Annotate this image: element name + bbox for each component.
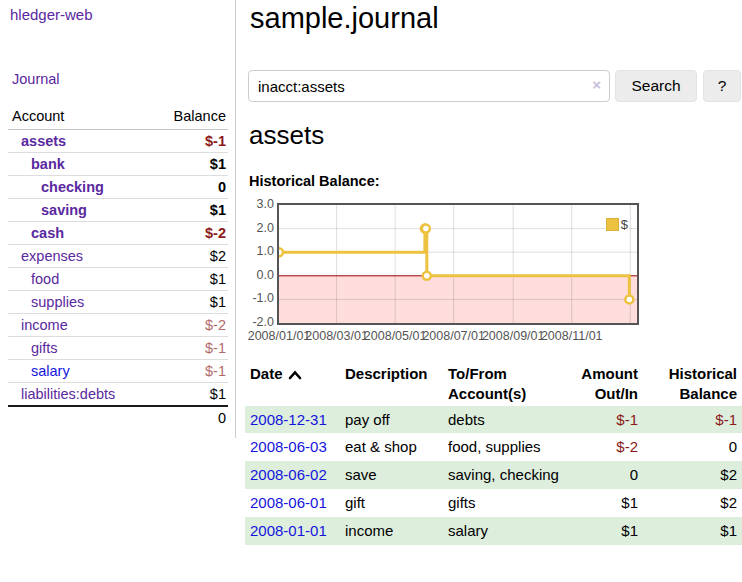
account-row: bank$1	[8, 153, 228, 176]
account-balance: $-2	[151, 222, 228, 245]
register-row: 2008-06-03 eat & shop food, supplies $-2…	[245, 433, 742, 461]
transaction-description: eat & shop	[340, 433, 443, 461]
transaction-accounts: saving, checking	[443, 461, 565, 489]
account-row: saving$1	[8, 199, 228, 222]
register-row: 2008-06-01 gift gifts $1 $2	[245, 489, 742, 517]
transaction-date-link[interactable]: 2008-12-31	[250, 411, 327, 428]
transaction-date-link[interactable]: 2008-06-01	[250, 494, 327, 511]
y-tick-label: 2.0	[248, 221, 274, 235]
transaction-balance: $2	[643, 461, 742, 489]
transaction-accounts: food, supplies	[443, 433, 565, 461]
transaction-accounts: gifts	[443, 489, 565, 517]
register-header-row: Date Description To/From Account(s) Amou…	[245, 362, 742, 406]
y-tick-label: 0.0	[248, 268, 274, 282]
account-balance: $-1	[151, 360, 228, 383]
account-balance: $1	[151, 199, 228, 222]
transaction-accounts: salary	[443, 517, 565, 545]
clear-search-icon[interactable]: ×	[592, 76, 601, 93]
account-row: cash$-2	[8, 222, 228, 245]
search-input[interactable]	[248, 70, 610, 102]
transaction-date-link[interactable]: 2008-06-03	[250, 438, 327, 455]
transaction-description: income	[340, 517, 443, 545]
transaction-balance: $2	[643, 489, 742, 517]
account-link-income[interactable]: income	[21, 317, 68, 333]
account-row: income$-2	[8, 314, 228, 337]
account-row: expenses$2	[8, 245, 228, 268]
data-point-marker	[423, 272, 431, 280]
account-row: salary$-1	[8, 360, 228, 383]
app-title-link[interactable]: hledger-web	[10, 6, 93, 23]
x-tick-label: 2008/01/01	[247, 329, 311, 343]
accounts-table: Account Balance assets$-1 bank$1 checkin…	[8, 105, 228, 429]
transaction-amount: $-1	[565, 406, 643, 434]
help-button[interactable]: ?	[703, 70, 741, 102]
account-link-bank[interactable]: bank	[31, 156, 65, 172]
x-tick-label: 2008/07/01	[422, 329, 486, 343]
register-header-date[interactable]: Date	[245, 362, 340, 406]
y-tick-label: -2.0	[248, 315, 274, 329]
search-form: × Search ?	[248, 70, 742, 102]
register-header-description: Description	[340, 362, 443, 406]
data-point-marker	[422, 225, 430, 233]
transaction-amount: $1	[565, 489, 643, 517]
account-link-cash[interactable]: cash	[31, 225, 64, 241]
register-header-balance: Historical Balance	[643, 362, 742, 406]
account-link-expenses[interactable]: expenses	[21, 248, 83, 264]
transaction-description: save	[340, 461, 443, 489]
transaction-balance: $1	[643, 517, 742, 545]
legend-swatch-icon	[606, 218, 619, 231]
search-button[interactable]: Search	[615, 70, 697, 102]
transaction-balance: 0	[643, 433, 742, 461]
transaction-accounts: debts	[443, 406, 565, 434]
sidebar: hledger-web Journal Account Balance asse…	[0, 0, 236, 438]
x-tick-label: 2008/11/01	[540, 329, 604, 343]
register-row: 2008-06-02 save saving, checking 0 $2	[245, 461, 742, 489]
account-link-supplies[interactable]: supplies	[31, 294, 84, 310]
register-row: 2008-12-31 pay off debts $-1 $-1	[245, 406, 742, 434]
account-row: gifts$-1	[8, 337, 228, 360]
register-table: Date Description To/From Account(s) Amou…	[245, 362, 742, 545]
account-balance: $1	[151, 383, 228, 407]
account-balance: $1	[151, 153, 228, 176]
account-balance: 0	[151, 176, 228, 199]
historical-balance-chart: 3.02.01.00.0-1.0-2.0 $ 2008/01/012008/03…	[248, 203, 668, 345]
account-balance: $-1	[151, 337, 228, 360]
account-link-checking[interactable]: checking	[41, 179, 104, 195]
account-link-salary[interactable]: salary	[31, 363, 70, 379]
accounts-header-account: Account	[8, 105, 151, 130]
chart-plot-area: $	[277, 203, 639, 325]
transaction-amount: $-2	[565, 433, 643, 461]
register-header-amount: Amount Out/In	[565, 362, 643, 406]
x-tick-label: 2008/05/01	[363, 329, 427, 343]
account-balance: $-2	[151, 314, 228, 337]
transaction-description: pay off	[340, 406, 443, 434]
chart-section-label: Historical Balance:	[249, 173, 380, 189]
account-balance: $-1	[151, 130, 228, 153]
account-row: assets$-1	[8, 130, 228, 153]
transaction-description: gift	[340, 489, 443, 517]
x-tick-label: 2008/09/01	[481, 329, 545, 343]
x-tick-label: 2008/03/01	[305, 329, 369, 343]
data-point-marker	[279, 248, 283, 256]
sidebar-item-journal[interactable]: Journal	[12, 71, 60, 87]
legend-series-label: $	[621, 217, 628, 232]
account-link-food[interactable]: food	[31, 271, 59, 287]
account-link-gifts[interactable]: gifts	[31, 340, 58, 356]
account-link-saving[interactable]: saving	[41, 202, 87, 218]
transaction-balance: $-1	[643, 406, 742, 434]
y-tick-label: 3.0	[248, 197, 274, 211]
chart-canvas	[279, 205, 637, 323]
account-row: food$1	[8, 268, 228, 291]
accounts-header-balance: Balance	[151, 105, 228, 130]
search-box: ×	[248, 70, 610, 102]
account-row: checking0	[8, 176, 228, 199]
y-tick-label: 1.0	[248, 244, 274, 258]
transaction-date-link[interactable]: 2008-06-02	[250, 466, 327, 483]
transaction-date-link[interactable]: 2008-01-01	[250, 522, 327, 539]
register-row: 2008-01-01 income salary $1 $1	[245, 517, 742, 545]
register-header-accounts: To/From Account(s)	[443, 362, 565, 406]
account-balance: $2	[151, 245, 228, 268]
account-link-assets[interactable]: assets	[21, 133, 66, 149]
account-link-liabilities-debts[interactable]: liabilities:debts	[21, 386, 115, 402]
account-row: liabilities:debts$1	[8, 383, 228, 407]
